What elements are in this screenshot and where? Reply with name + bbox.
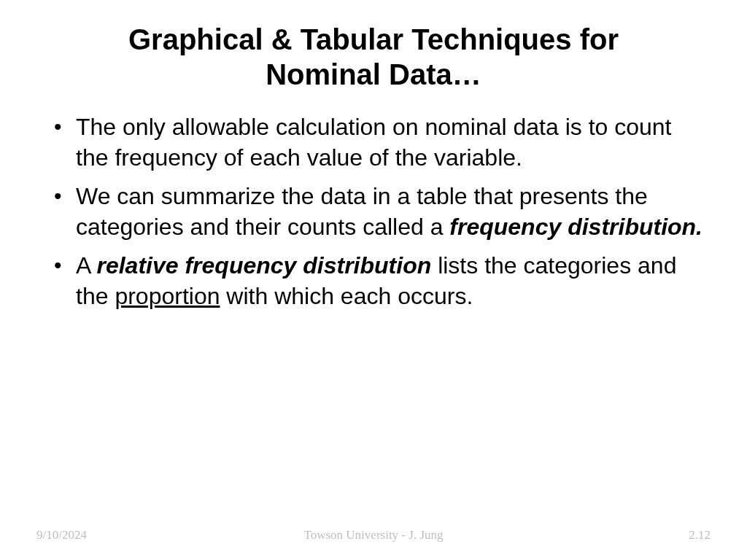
bullet-text-bold: relative frequency distribution	[96, 252, 431, 279]
bullet-text: with which each occurs.	[220, 283, 473, 309]
footer-author: Towson University - J. Jung	[303, 528, 443, 542]
bullet-text: A	[76, 252, 96, 279]
slide-container: Graphical & Tabular Techniques for Nomin…	[0, 0, 747, 560]
bullet-list: The only allowable calculation on nomina…	[44, 112, 703, 312]
bullet-item: We can summarize the data in a table tha…	[44, 182, 703, 242]
bullet-item: The only allowable calculation on nomina…	[44, 112, 703, 173]
slide-footer: 9/10/2024 Towson University - J. Jung 2.…	[0, 528, 747, 542]
footer-page-number: 2.12	[689, 528, 711, 542]
bullet-item: A relative frequency distribution lists …	[44, 251, 703, 311]
footer-date: 9/10/2024	[36, 528, 87, 542]
bullet-text: The only allowable calculation on nomina…	[76, 114, 672, 171]
bullet-text-bold: frequency distribution.	[449, 214, 703, 240]
slide-title: Graphical & Tabular Techniques for Nomin…	[44, 22, 703, 92]
slide-content: The only allowable calculation on nomina…	[44, 112, 703, 531]
bullet-text-underline: proportion	[115, 283, 220, 309]
